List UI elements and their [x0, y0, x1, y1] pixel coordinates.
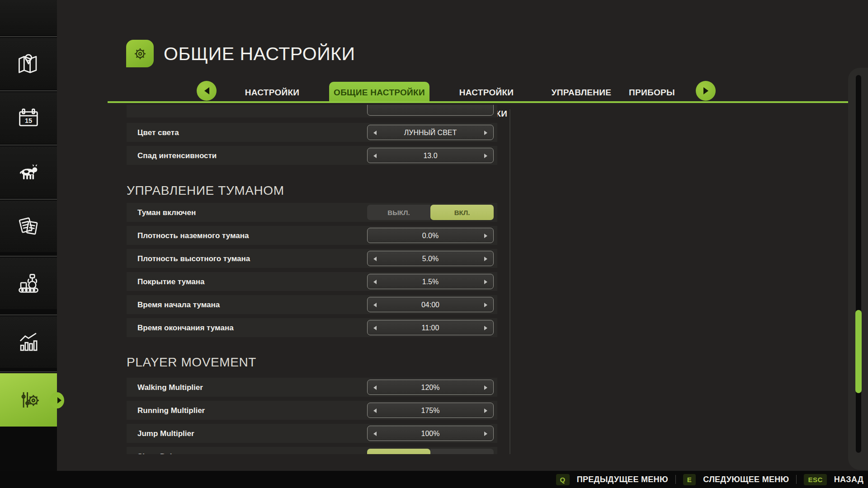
settings-screen: 15 [0, 0, 868, 488]
left-arrow-icon [204, 87, 209, 94]
sidebar-item-settings-active[interactable] [0, 373, 57, 427]
setting-row-running-multiplier[interactable]: Running Multiplier 175% [127, 401, 497, 420]
shortcut-next-menu[interactable]: СЛЕДУЮЩЕЕ МЕНЮ [703, 475, 789, 484]
setting-label: Walking Multiplier [137, 378, 203, 397]
selector-value: 175% [368, 403, 493, 418]
toggle-off-button[interactable]: ВЫКЛ. [367, 205, 430, 220]
toggle-on-button[interactable]: ВКЛ. [430, 449, 494, 454]
increase-arrow-icon[interactable] [484, 326, 487, 330]
tab-game-settings[interactable]: НАСТРОЙКИ ИГРЫ [231, 82, 313, 103]
increase-arrow-icon[interactable] [484, 234, 487, 238]
toggle-group: ВЫКЛ. ВКЛ. [367, 449, 494, 454]
increase-arrow-icon[interactable] [484, 280, 487, 284]
selector-value: ЛУННЫЙ СВЕТ [368, 125, 493, 141]
tabs-underline [108, 101, 849, 103]
page-title-icon-badge [126, 40, 154, 67]
tab-devices[interactable]: ПРИБОРЫ [627, 82, 676, 103]
setting-label: Цвет света [137, 123, 179, 142]
setting-row-clipped-top[interactable] [127, 105, 497, 117]
calendar-icon: 15 [15, 105, 42, 131]
selector-value: 5.0% [368, 251, 493, 267]
tab-controls[interactable]: УПРАВЛЕНИЕ [550, 82, 613, 103]
value-selector[interactable]: 13.0 [367, 148, 494, 163]
divider [0, 36, 57, 37]
increase-arrow-icon[interactable] [484, 154, 487, 158]
section-title-fog-control: УПРАВЛЕНИЕ ТУМАНОМ [127, 183, 284, 199]
setting-row-fog-coverage[interactable]: Покрытие тумана 1.5% [127, 272, 497, 291]
setting-row-intensity-falloff[interactable]: Спад интенсивности 13.0 [127, 146, 497, 165]
increase-arrow-icon[interactable] [484, 303, 487, 307]
scrollbar-track[interactable] [856, 75, 861, 453]
setting-row-light-color[interactable]: Цвет света ЛУННЫЙ СВЕТ [127, 123, 497, 142]
setting-row-ground-fog-density[interactable]: Плотность наземного тумана 0.0% [127, 226, 497, 245]
setting-label: Время начала тумана [137, 295, 220, 314]
value-selector[interactable]: 100% [367, 426, 494, 441]
statistics-chart-icon [15, 329, 42, 355]
selector-value: 04:00 [368, 297, 493, 313]
value-selector[interactable]: 0.0% [367, 228, 494, 243]
animals-cow-icon [15, 159, 42, 185]
setting-label: Время окончания тумана [137, 318, 234, 337]
selector-value [368, 105, 493, 116]
scrollbar-thumb[interactable] [855, 310, 862, 393]
page-title: ОБЩИЕ НАСТРОЙКИ [164, 40, 355, 67]
increase-arrow-icon[interactable] [484, 131, 487, 135]
selector-value: 100% [368, 426, 493, 441]
value-selector[interactable]: 11:00 [367, 320, 494, 335]
sidebar-item-production[interactable] [0, 258, 57, 309]
toggle-off-button[interactable]: ВЫКЛ. [367, 449, 430, 454]
map-icon [15, 51, 42, 77]
key-badge-e: E [683, 474, 696, 485]
column-divider [509, 109, 510, 454]
sidebar-active-arrow-icon [57, 397, 61, 404]
setting-row-walking-multiplier[interactable]: Walking Multiplier 120% [127, 378, 497, 397]
setting-row-fog-enabled[interactable]: Туман включен ВЫКЛ. ВКЛ. [127, 203, 497, 222]
value-selector[interactable]: 175% [367, 403, 494, 418]
value-selector[interactable]: 04:00 [367, 297, 494, 312]
setting-row-height-fog-density[interactable]: Плотность высотного тумана 5.0% [127, 249, 497, 268]
sidebar-item-empty [0, 0, 57, 35]
sidebar: 15 [0, 0, 57, 471]
footer-shortcut-bar: Q ПРЕДЫДУЩЕЕ МЕНЮ E СЛЕДУЮЩЕЕ МЕНЮ ESC Н… [0, 471, 868, 488]
setting-row-jump-multiplier[interactable]: Jump Multiplier 100% [127, 424, 497, 443]
sidebar-item-calendar[interactable]: 15 [0, 92, 57, 144]
value-selector[interactable]: 120% [367, 380, 494, 395]
contracts-notes-icon [15, 213, 42, 239]
divider [796, 475, 797, 484]
divider [0, 145, 57, 145]
key-badge-esc: ESC [804, 474, 826, 485]
setting-label: Спад интенсивности [137, 146, 217, 165]
setting-label: Туман включен [137, 203, 196, 222]
divider [0, 256, 57, 257]
tabs-next-button[interactable] [696, 81, 716, 101]
value-selector[interactable]: ЛУННЫЙ СВЕТ [367, 125, 494, 140]
shortcut-previous-menu[interactable]: ПРЕДЫДУЩЕЕ МЕНЮ [577, 475, 668, 484]
divider [675, 475, 676, 484]
setting-label: Running Multiplier [137, 401, 205, 420]
increase-arrow-icon[interactable] [484, 257, 487, 261]
settings-scroll-area: Цвет света ЛУННЫЙ СВЕТ Спад интенсивност… [112, 105, 849, 454]
key-badge-q: Q [556, 474, 570, 485]
value-selector[interactable]: 5.0% [367, 251, 494, 266]
toggle-on-button[interactable]: ВКЛ. [430, 205, 494, 220]
tab-general-settings[interactable]: ОБЩИЕ НАСТРОЙКИ [329, 82, 429, 103]
sidebar-item-map[interactable] [0, 38, 57, 89]
increase-arrow-icon[interactable] [484, 408, 487, 413]
divider [0, 90, 57, 91]
increase-arrow-icon[interactable] [484, 385, 487, 390]
increase-arrow-icon[interactable] [484, 432, 487, 436]
setting-label: Покрытие тумана [137, 272, 204, 291]
sidebar-item-animals[interactable] [0, 146, 57, 198]
setting-row-fog-end-time[interactable]: Время окончания тумана 11:00 [127, 318, 497, 337]
sidebar-item-contracts[interactable] [0, 201, 57, 252]
value-selector[interactable]: 1.5% [367, 274, 494, 289]
setting-row-sleep-delay-clipped[interactable]: Sleep Delay ВЫКЛ. ВКЛ. [127, 447, 497, 454]
sidebar-item-statistics[interactable] [0, 316, 57, 368]
setting-row-fog-start-time[interactable]: Время начала тумана 04:00 [127, 295, 497, 314]
value-selector[interactable] [367, 105, 494, 116]
shortcut-back[interactable]: НАЗАД [834, 475, 863, 484]
svg-text:15: 15 [25, 117, 32, 124]
tabs-prev-button[interactable] [197, 81, 217, 101]
tab-graphics-settings[interactable]: НАСТРОЙКИ ГРАФИКИ [438, 82, 535, 103]
selector-value: 1.5% [368, 274, 493, 290]
